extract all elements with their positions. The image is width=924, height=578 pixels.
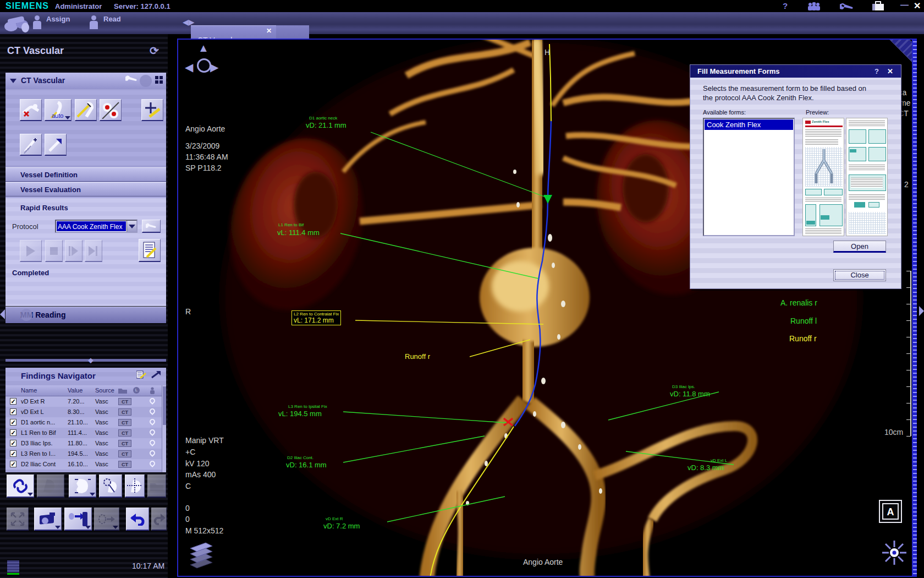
table-row[interactable]: ✓D1 aortic n...21.10...VascCT bbox=[6, 417, 162, 428]
help-icon[interactable]: ? bbox=[783, 1, 788, 10]
annotation-mode-box[interactable]: A bbox=[879, 500, 902, 523]
form-list-item-selected[interactable]: Cook Zenith Flex bbox=[705, 119, 793, 130]
protocol-combobox[interactable]: AAA Cook Zenith Flex bbox=[55, 220, 138, 233]
slice-stack-icon[interactable] bbox=[187, 541, 216, 571]
row-checkbox[interactable]: ✓ bbox=[10, 440, 16, 446]
copy-image-button[interactable] bbox=[94, 508, 119, 531]
open-button[interactable]: Open bbox=[833, 241, 886, 253]
findings-scrollbar[interactable] bbox=[162, 385, 166, 472]
locate-icon[interactable] bbox=[148, 439, 156, 446]
combo-dropdown-button[interactable] bbox=[127, 221, 136, 232]
close-button[interactable]: Close bbox=[833, 269, 886, 281]
mm-reading-bar[interactable]: MM Reading bbox=[6, 307, 166, 323]
dialog-close-icon[interactable]: ✕ bbox=[887, 67, 893, 75]
step-button[interactable] bbox=[65, 240, 82, 262]
clock-column-icon[interactable]: L bbox=[133, 387, 140, 394]
table-row[interactable]: ✓vD Ext R7.20...VascCT bbox=[6, 396, 162, 407]
pan-left-icon[interactable]: ◀ bbox=[185, 61, 193, 74]
dropdown-arrow-icon[interactable] bbox=[113, 526, 118, 529]
redo-button[interactable] bbox=[151, 508, 167, 531]
dropdown-arrow-icon[interactable] bbox=[55, 526, 61, 529]
head-display-button[interactable] bbox=[69, 475, 96, 498]
users-icon[interactable] bbox=[806, 2, 822, 13]
remove-table-button[interactable] bbox=[20, 99, 42, 121]
pan-right-icon[interactable]: ▶ bbox=[210, 61, 218, 74]
row-checkbox[interactable]: ✓ bbox=[10, 419, 16, 426]
marker-pen-button[interactable] bbox=[141, 99, 163, 121]
read-person-icon[interactable] bbox=[90, 15, 98, 30]
ranges-button[interactable] bbox=[20, 134, 42, 156]
measurement-form-button[interactable] bbox=[139, 239, 161, 262]
dialog-help-icon[interactable]: ? bbox=[875, 67, 879, 75]
card-header[interactable]: CT Vascular bbox=[6, 73, 166, 89]
assign-label[interactable]: Assign bbox=[46, 15, 70, 23]
assign-person-icon[interactable] bbox=[33, 15, 42, 30]
export-icon[interactable] bbox=[151, 371, 161, 381]
minimize-icon[interactable]: — bbox=[900, 0, 909, 9]
dropdown-arrow-icon[interactable] bbox=[65, 116, 70, 119]
splitter-diamond-icon[interactable]: ⬥ bbox=[88, 356, 94, 365]
row-checkbox[interactable]: ✓ bbox=[10, 408, 16, 415]
dropdown-arrow-icon[interactable] bbox=[28, 493, 33, 496]
report-edit-icon[interactable] bbox=[136, 370, 146, 381]
tab-close-icon[interactable]: ✕ bbox=[266, 27, 272, 35]
table-row[interactable]: ✓vD Ext L8.30...VascCT bbox=[6, 407, 162, 417]
brightness-icon[interactable] bbox=[881, 539, 908, 568]
undo-button[interactable] bbox=[126, 508, 149, 531]
person-column-icon[interactable] bbox=[150, 387, 155, 395]
locate-icon[interactable] bbox=[148, 418, 156, 426]
col-value[interactable]: Value bbox=[68, 387, 82, 394]
fit-view-button[interactable] bbox=[7, 508, 29, 531]
locate-icon[interactable] bbox=[148, 428, 156, 436]
briefcase-icon[interactable] bbox=[872, 1, 885, 13]
table-row[interactable]: ✓L3 Ren to I...194.5...VascCT bbox=[6, 449, 162, 459]
stop-button[interactable] bbox=[45, 240, 63, 262]
findings-table-header[interactable]: Name Value Source L bbox=[6, 385, 162, 396]
refresh-icon[interactable]: ⟳ bbox=[150, 44, 163, 57]
magnify-head-button[interactable] bbox=[99, 475, 122, 498]
read-label[interactable]: Read bbox=[103, 15, 121, 23]
row-checkbox[interactable]: ✓ bbox=[10, 398, 16, 405]
skip-end-button[interactable] bbox=[85, 240, 102, 262]
rotate-trackball-icon[interactable] bbox=[197, 58, 211, 73]
settings-wrench-icon[interactable] bbox=[125, 75, 138, 84]
panel-collapse-arrow-icon[interactable] bbox=[0, 309, 5, 319]
row-checkbox[interactable]: ✓ bbox=[10, 429, 16, 436]
row-checkbox[interactable]: ✓ bbox=[10, 461, 16, 467]
section-vessel-evaluation[interactable]: Vessel Evaluation bbox=[6, 182, 166, 197]
section-vessel-definition[interactable]: Vessel Definition bbox=[6, 167, 166, 182]
right-panel-collapse-arrow-icon[interactable] bbox=[919, 306, 924, 316]
scrollbar-thumb[interactable] bbox=[163, 386, 166, 425]
play-button[interactable] bbox=[20, 240, 42, 262]
dropdown-arrow-icon[interactable] bbox=[90, 493, 95, 496]
table-row[interactable]: ✓D3 Iliac Ips.11.80...VascCT bbox=[6, 438, 162, 449]
pointer-button[interactable] bbox=[45, 134, 67, 156]
hand-tool-icon[interactable] bbox=[140, 75, 152, 87]
collapse-caret-icon[interactable] bbox=[10, 79, 16, 83]
locate-icon[interactable] bbox=[148, 407, 156, 415]
pan-up-icon[interactable]: ▲ bbox=[198, 42, 209, 54]
locate-icon[interactable] bbox=[148, 397, 156, 405]
locate-icon[interactable] bbox=[148, 460, 156, 467]
table-row[interactable]: ✓D2 Iliac Cont16.10...VascCT bbox=[6, 459, 162, 470]
protocol-settings-button[interactable] bbox=[142, 220, 161, 233]
panel-splitter[interactable]: ⬥ bbox=[6, 359, 166, 362]
folder-tool-button[interactable] bbox=[147, 475, 166, 498]
occlusion-button[interactable] bbox=[100, 99, 122, 121]
table-row[interactable]: ✓L1 Ren to Bif111.4...VascCT bbox=[6, 428, 162, 438]
dialog-titlebar[interactable]: Fill Measurement Forms ? ✕ bbox=[690, 65, 901, 78]
dropdown-arrow-icon[interactable] bbox=[85, 526, 91, 529]
link-scrolling-button[interactable] bbox=[7, 475, 34, 498]
close-icon[interactable]: ✕ bbox=[914, 1, 921, 11]
snapshot-camera-button[interactable] bbox=[34, 508, 62, 531]
row-checkbox[interactable]: ✓ bbox=[10, 450, 16, 457]
folder-column-icon[interactable] bbox=[118, 388, 127, 395]
vessel-pen-button[interactable] bbox=[75, 99, 97, 121]
auto-vessel-button[interactable]: auto bbox=[45, 99, 72, 121]
copy-to-film-button[interactable] bbox=[64, 508, 92, 531]
patient-browser-icon[interactable] bbox=[1, 14, 32, 35]
forms-listbox[interactable]: Cook Zenith Flex bbox=[703, 118, 795, 236]
col-name[interactable]: Name bbox=[21, 387, 37, 394]
wrench-icon[interactable] bbox=[840, 2, 854, 13]
locate-icon[interactable] bbox=[148, 449, 156, 457]
